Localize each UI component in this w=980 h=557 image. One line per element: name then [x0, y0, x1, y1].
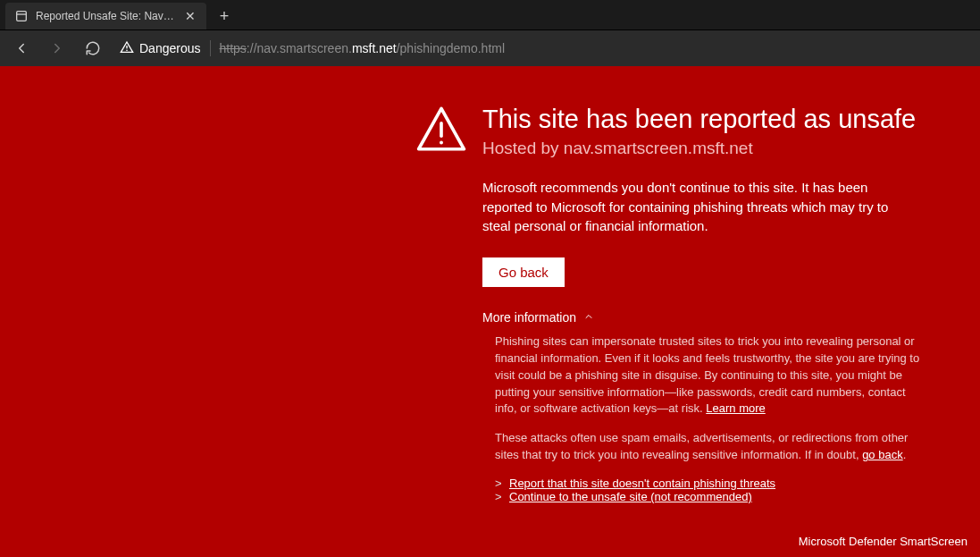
- browser-chrome: Reported Unsafe Site: Navigation ✕ + Dan…: [0, 0, 980, 66]
- browser-tab[interactable]: Reported Unsafe Site: Navigation ✕: [5, 3, 206, 30]
- scheme-text: https: [220, 41, 247, 55]
- svg-rect-0: [17, 12, 27, 21]
- host-main-text: msft.net: [352, 41, 397, 55]
- learn-more-link[interactable]: Learn more: [706, 401, 765, 415]
- tab-title: Reported Unsafe Site: Navigation: [36, 10, 176, 22]
- path-text: /phishingdemo.html: [397, 41, 505, 55]
- more-information-label: More information: [482, 310, 576, 325]
- forward-button[interactable]: [45, 36, 70, 61]
- go-back-link[interactable]: go back: [862, 448, 903, 461]
- svg-rect-2: [126, 49, 127, 50]
- warning-description: Microsoft recommends you don't continue …: [482, 178, 902, 236]
- go-back-button[interactable]: Go back: [482, 257, 565, 287]
- separator: [210, 40, 211, 56]
- toolbar: Dangerous https://nav.smartscreen.msft.n…: [0, 30, 980, 66]
- continue-unsafe-link[interactable]: Continue to the unsafe site (not recomme…: [509, 490, 752, 503]
- footer-brand-text: Microsoft Defender SmartScreen: [799, 535, 967, 548]
- smartscreen-warning-page: This site has been reported as unsafe Ho…: [0, 66, 980, 557]
- more-info-paragraph-1: Phishing sites can impersonate trusted s…: [495, 333, 920, 418]
- warning-content: This site has been reported as unsafe Ho…: [482, 104, 947, 503]
- warning-heading: This site has been reported as unsafe: [482, 104, 947, 135]
- new-tab-button[interactable]: +: [212, 4, 237, 29]
- action-links: Report that this site doesn't contain ph…: [482, 477, 947, 503]
- site-security-badge[interactable]: Dangerous: [120, 40, 201, 57]
- svg-rect-1: [126, 46, 127, 48]
- more-information-body: Phishing sites can impersonate trusted s…: [482, 333, 920, 464]
- back-button[interactable]: [9, 36, 34, 61]
- more-information-toggle[interactable]: More information: [482, 310, 947, 325]
- refresh-button[interactable]: [80, 36, 105, 61]
- host-sub-text: nav.smartscreen.: [257, 41, 352, 55]
- more-info-paragraph-2: These attacks often use spam emails, adv…: [495, 430, 920, 464]
- security-badge-label: Dangerous: [139, 41, 201, 55]
- tab-strip: Reported Unsafe Site: Navigation ✕ +: [0, 0, 980, 30]
- url-display: https://nav.smartscreen.msft.net/phishin…: [220, 41, 506, 55]
- warning-triangle-icon: [415, 104, 467, 156]
- report-safe-link[interactable]: Report that this site doesn't contain ph…: [509, 477, 775, 490]
- page-favicon-icon: [14, 9, 29, 23]
- svg-point-4: [440, 141, 443, 145]
- list-item: Continue to the unsafe site (not recomme…: [495, 490, 947, 503]
- address-bar[interactable]: Dangerous https://nav.smartscreen.msft.n…: [116, 35, 971, 62]
- hosted-by-text: Hosted by nav.smartscreen.msft.net: [482, 139, 947, 158]
- close-tab-icon[interactable]: ✕: [183, 9, 197, 23]
- list-item: Report that this site doesn't contain ph…: [495, 477, 947, 490]
- chevron-up-icon: [583, 310, 594, 325]
- warning-triangle-icon: [120, 40, 134, 57]
